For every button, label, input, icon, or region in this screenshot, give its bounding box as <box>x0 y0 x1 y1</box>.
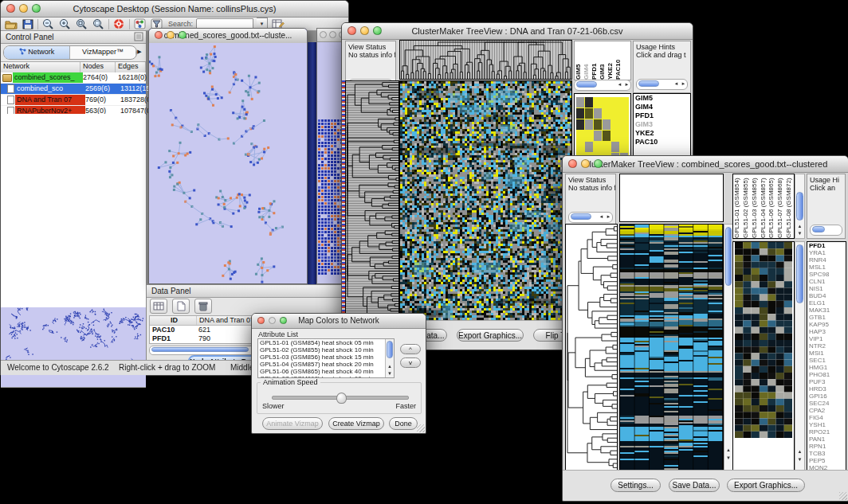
attribute-item[interactable]: GPL51-03 (GSM856) heat shock 15 min <box>258 354 394 361</box>
done-button[interactable]: Done <box>389 417 418 430</box>
gene-label[interactable]: YSH1 <box>807 421 846 428</box>
move-down-button[interactable]: v <box>400 357 421 368</box>
zoom-in-icon[interactable] <box>58 18 72 30</box>
close-icon[interactable] <box>257 317 265 324</box>
zoom-out-icon[interactable] <box>41 18 55 30</box>
animate-vizmap-button[interactable]: Animate Vizmap <box>262 417 323 430</box>
delete-attribute-icon[interactable] <box>194 299 212 314</box>
export-graphics-button[interactable]: Export Graphics... <box>727 479 805 492</box>
help-lifering-icon[interactable] <box>112 18 126 30</box>
tab-overflow-icon[interactable]: ▶ <box>135 45 144 58</box>
gene-label[interactable]: GTB1 <box>807 314 846 321</box>
gene-label[interactable]: MAK31 <box>807 307 846 314</box>
treeview2-titlebar[interactable]: ClusterMaker TreeView : combined_scores_… <box>563 156 848 173</box>
tab-vizmapper[interactable]: VizMapper™ <box>70 46 136 59</box>
minimize-icon[interactable] <box>269 317 276 324</box>
scroll-left-icon[interactable]: ◄ <box>598 213 605 221</box>
save-icon[interactable] <box>21 18 34 30</box>
gene-label[interactable]: PAN1 <box>807 436 846 443</box>
gene-label[interactable]: SEC24 <box>807 400 846 407</box>
column-id[interactable]: ID <box>150 316 197 325</box>
save-data-button[interactable]: Save Data... <box>669 479 720 492</box>
new-attribute-icon[interactable] <box>172 299 190 314</box>
correlation-matrix-canvas[interactable] <box>576 97 629 164</box>
gene-label[interactable]: CLN1 <box>807 278 846 285</box>
gene-label[interactable]: GIM3 <box>634 120 690 129</box>
horizontal-scrollbar[interactable]: ◄ ► <box>636 79 688 90</box>
gene-label[interactable]: MSI1 <box>807 350 846 357</box>
heatmap-panel[interactable] <box>619 224 724 471</box>
scroll-right-icon[interactable]: ► <box>605 213 612 221</box>
gene-label[interactable]: PFD1 <box>807 242 846 249</box>
gene-label[interactable]: VIP1 <box>807 335 846 342</box>
animation-speed-slider[interactable] <box>272 396 409 400</box>
horizontal-scrollbar[interactable]: ◄ ► <box>568 212 613 223</box>
network-overview-panel[interactable] <box>1 307 146 388</box>
row-dendrogram-panel[interactable] <box>345 80 399 321</box>
zoom-selected-icon[interactable] <box>75 18 88 30</box>
vertical-scrollbar[interactable]: ▲ ▼ <box>795 174 805 239</box>
row-dendrogram-panel[interactable] <box>565 224 618 471</box>
gene-label[interactable]: NTR2 <box>807 342 846 350</box>
close-icon[interactable] <box>347 26 356 35</box>
gene-label[interactable]: PHO81 <box>807 371 846 378</box>
gene-label[interactable]: TCB3 <box>807 450 846 457</box>
scroll-up-icon[interactable]: ▲ <box>795 223 804 230</box>
gene-label[interactable]: PEP5 <box>807 457 846 464</box>
column-network[interactable]: Network <box>1 62 80 72</box>
resize-grip[interactable] <box>839 492 847 500</box>
gene-label[interactable]: NIS1 <box>807 285 846 292</box>
zoom-heatmap-canvas[interactable] <box>735 242 792 438</box>
gene-label[interactable]: FIG4 <box>807 414 846 421</box>
gene-label[interactable]: YKE2 <box>634 129 690 138</box>
attribute-item[interactable]: GPL51-01 (GSM854) heat shock 05 min <box>258 339 394 346</box>
column-nodes[interactable]: Nodes <box>80 62 116 72</box>
treeview1-titlebar[interactable]: ClusterMaker TreeView : DNA and Tran 07-… <box>342 23 693 40</box>
zoom-heatmap-panel[interactable] <box>732 241 795 471</box>
gene-label[interactable]: PUF3 <box>807 378 846 385</box>
scroll-down-icon[interactable]: ▼ <box>795 230 804 237</box>
network-overview-canvas[interactable] <box>1 307 147 387</box>
horizontal-scrollbar[interactable]: ◄ ► <box>574 80 631 91</box>
tab-network[interactable]: Network <box>4 46 70 59</box>
scroll-left-icon[interactable]: ◄ <box>616 80 623 89</box>
column-dendrogram-canvas[interactable] <box>400 41 571 79</box>
heatmap-canvas[interactable] <box>620 225 723 470</box>
gene-label[interactable]: SEC1 <box>807 357 846 364</box>
minimize-icon[interactable] <box>329 31 336 38</box>
scroll-left-icon[interactable]: ◄ <box>673 80 680 88</box>
move-up-button[interactable]: ^ <box>400 344 421 354</box>
close-icon[interactable] <box>6 4 15 13</box>
gene-label[interactable]: RNR4 <box>807 256 846 264</box>
network-view-titlebar[interactable]: combined_scores_good.txt--cluste... <box>149 29 307 44</box>
vertical-scrollbar[interactable]: ▲ ▼ <box>385 339 394 377</box>
attribute-item[interactable]: GPL51-04 (GSM857) heat shock 20 min <box>258 361 394 368</box>
create-vizmap-button[interactable]: Create Vizmap <box>328 417 384 430</box>
minimize-icon[interactable] <box>360 26 369 35</box>
scroll-up-icon[interactable]: ▲ <box>795 448 804 455</box>
gene-label[interactable]: GPI16 <box>807 393 846 400</box>
heatmap-canvas[interactable] <box>400 81 571 320</box>
horizontal-scrollbar[interactable] <box>149 346 256 355</box>
zoom-fit-icon[interactable] <box>92 18 105 30</box>
minimize-icon[interactable] <box>19 4 28 13</box>
gene-label[interactable]: CPA2 <box>807 407 846 414</box>
gene-label[interactable]: RPO21 <box>807 428 846 436</box>
gene-label[interactable]: YRA1 <box>807 249 846 256</box>
gene-label[interactable]: HAP3 <box>807 328 846 335</box>
heatmap-panel[interactable] <box>399 80 572 321</box>
vizmapper-icon[interactable] <box>133 18 147 30</box>
dialog-titlebar[interactable]: Map Colors to Network <box>252 314 426 329</box>
zoom-window-icon[interactable] <box>373 26 382 35</box>
settings-button[interactable]: Settings... <box>610 479 661 492</box>
main-titlebar[interactable]: Cytoscape Desktop (Session Name: collins… <box>1 1 348 18</box>
minimize-icon[interactable] <box>581 159 590 168</box>
network-table-row[interactable]: combined_sco2569(6)13112(15) <box>1 84 146 95</box>
scroll-down-icon[interactable]: ▼ <box>795 456 804 463</box>
gene-label[interactable]: KAP95 <box>807 321 846 328</box>
gene-label[interactable]: HMG1 <box>807 364 846 371</box>
export-graphics-button[interactable]: Export Graphics... <box>457 329 524 342</box>
float-panel-icon[interactable] <box>134 32 143 45</box>
column-dendrogram-panel[interactable] <box>399 40 572 80</box>
close-icon[interactable] <box>155 31 163 39</box>
